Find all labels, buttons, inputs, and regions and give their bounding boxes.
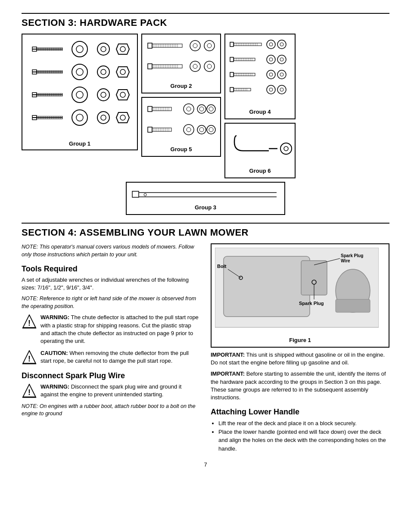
section4-left: NOTE: This operator's manual covers vari… bbox=[22, 243, 200, 453]
svg-point-224 bbox=[277, 85, 286, 94]
tools-text: A set of adjustable wrenches or individu… bbox=[22, 276, 200, 292]
group4-box: Group 4 bbox=[224, 34, 296, 119]
figure1-box: Bolt Spark Plug Wire Spark Plug Figure 1 bbox=[211, 243, 389, 348]
svg-point-228 bbox=[284, 146, 288, 151]
middle-col: Group 2 bbox=[141, 34, 221, 157]
warning2-text: WARNING: Disconnect the spark plug wire … bbox=[40, 383, 200, 398]
svg-point-154 bbox=[197, 125, 206, 134]
svg-point-34 bbox=[72, 64, 87, 80]
svg-point-36 bbox=[97, 66, 109, 78]
svg-marker-38 bbox=[116, 67, 129, 77]
svg-rect-122 bbox=[148, 106, 152, 112]
svg-point-210 bbox=[277, 70, 286, 79]
svg-point-79 bbox=[120, 115, 125, 120]
svg-point-194 bbox=[280, 58, 283, 61]
svg-point-74 bbox=[72, 110, 87, 125]
svg-point-211 bbox=[280, 73, 283, 76]
svg-marker-18 bbox=[116, 44, 129, 54]
svg-point-98 bbox=[193, 44, 197, 48]
svg-point-174 bbox=[267, 40, 275, 49]
svg-text:Bolt: Bolt bbox=[217, 264, 227, 269]
caution1-block: ! CAUTION: When removing the chute defle… bbox=[22, 349, 200, 365]
svg-point-15 bbox=[76, 46, 83, 53]
warning1-icon: ! bbox=[22, 314, 37, 329]
svg-rect-178 bbox=[230, 57, 234, 62]
svg-point-138 bbox=[207, 105, 215, 113]
figure1-svg: Bolt Spark Plug Wire Spark Plug bbox=[215, 248, 379, 334]
warning1-label: WARNING: bbox=[40, 314, 69, 320]
svg-point-134 bbox=[184, 104, 194, 114]
svg-point-39 bbox=[120, 69, 125, 75]
important2-label: IMPORTANT: bbox=[211, 370, 245, 377]
svg-marker-58 bbox=[116, 90, 129, 100]
svg-point-193 bbox=[277, 55, 286, 64]
figure1-caption: Figure 1 bbox=[215, 337, 385, 343]
group3-svg bbox=[130, 186, 281, 202]
warning1-block: ! WARNING: The chute deflector is attach… bbox=[22, 314, 200, 345]
group2-box: Group 2 bbox=[141, 34, 221, 93]
attaching-handle-title: Attaching Lower Handle bbox=[211, 408, 389, 417]
svg-rect-213 bbox=[234, 88, 251, 91]
svg-point-191 bbox=[267, 55, 275, 64]
group6-box: Group 6 bbox=[224, 123, 296, 178]
svg-point-59 bbox=[120, 92, 125, 97]
svg-point-192 bbox=[269, 58, 273, 61]
svg-point-209 bbox=[269, 73, 273, 76]
svg-point-56 bbox=[97, 89, 109, 101]
svg-point-16 bbox=[97, 43, 109, 55]
svg-text:!: ! bbox=[28, 388, 31, 397]
page-number: 7 bbox=[22, 461, 389, 468]
group1-box: Group 1 bbox=[22, 34, 138, 150]
svg-rect-80 bbox=[148, 43, 152, 48]
svg-point-119 bbox=[193, 64, 197, 68]
group6-label: Group 6 bbox=[249, 168, 271, 174]
svg-point-155 bbox=[199, 128, 204, 132]
svg-point-55 bbox=[76, 91, 83, 98]
svg-point-223 bbox=[269, 88, 273, 91]
section4-area: NOTE: This operator's manual covers vari… bbox=[22, 243, 389, 453]
svg-text:!: ! bbox=[28, 355, 31, 363]
svg-point-139 bbox=[209, 107, 213, 111]
group4-svg bbox=[228, 38, 293, 107]
svg-point-75 bbox=[76, 114, 83, 121]
svg-rect-243 bbox=[224, 256, 310, 317]
svg-point-19 bbox=[120, 47, 125, 52]
section3-title: SECTION 3: HARDWARE PACK bbox=[22, 17, 389, 28]
section4-title: SECTION 4: ASSEMBLING YOUR LAWN MOWER bbox=[22, 227, 389, 238]
caution1-icon: ! bbox=[22, 349, 37, 365]
group4-label: Group 4 bbox=[249, 109, 271, 115]
svg-point-35 bbox=[76, 68, 83, 75]
caution1-label: CAUTION: bbox=[40, 350, 68, 356]
section3-divider bbox=[22, 13, 389, 14]
svg-point-153 bbox=[187, 128, 191, 132]
group5-svg bbox=[146, 101, 217, 144]
svg-point-222 bbox=[267, 85, 275, 94]
svg-marker-78 bbox=[116, 112, 129, 123]
hw-bottom-row: Group 3 bbox=[22, 180, 389, 215]
svg-rect-255 bbox=[336, 299, 370, 312]
section4-note3: NOTE: On engines with a rubber boot, att… bbox=[22, 403, 200, 418]
svg-point-157 bbox=[209, 128, 213, 132]
section4-divider bbox=[22, 223, 389, 224]
svg-point-14 bbox=[72, 41, 87, 57]
svg-point-77 bbox=[101, 115, 106, 120]
svg-point-97 bbox=[190, 40, 200, 51]
svg-point-37 bbox=[101, 69, 106, 75]
svg-point-54 bbox=[72, 87, 87, 103]
right-col: Group 4 Group 6 bbox=[224, 34, 296, 178]
attaching-handle-list: Lift the rear of the deck and place it o… bbox=[211, 419, 389, 453]
svg-point-232 bbox=[144, 193, 146, 196]
svg-point-118 bbox=[190, 61, 200, 72]
bullet2: Place the lower handle (pointed end will… bbox=[218, 428, 389, 453]
group2-label: Group 2 bbox=[171, 83, 192, 89]
svg-point-135 bbox=[187, 107, 191, 111]
svg-point-17 bbox=[101, 47, 106, 52]
svg-point-57 bbox=[101, 92, 106, 97]
group3-box: Group 3 bbox=[126, 182, 285, 215]
svg-text:Spark Plug: Spark Plug bbox=[299, 301, 324, 306]
group5-label: Group 5 bbox=[171, 146, 192, 152]
group1-svg bbox=[28, 40, 131, 139]
svg-point-121 bbox=[207, 64, 212, 68]
svg-point-225 bbox=[280, 88, 283, 91]
svg-point-137 bbox=[199, 107, 204, 111]
